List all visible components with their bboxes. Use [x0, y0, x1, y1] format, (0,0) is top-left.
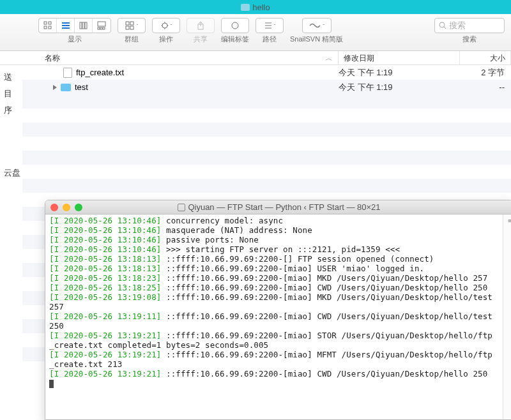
svg-rect-16 — [130, 22, 133, 25]
snailsvn-button[interactable]: ˇ — [302, 18, 332, 33]
gallery-view-icon[interactable] — [93, 19, 111, 33]
terminal-body[interactable]: [I 2020-05-26 13:10:46] concurrency mode… — [45, 214, 511, 419]
sidebar-item[interactable] — [0, 160, 22, 165]
zoom-icon[interactable] — [75, 204, 82, 211]
path-group: ˇ 路径 — [256, 18, 284, 44]
log-message: masquerade (NAT) address: None — [161, 225, 312, 235]
log-timestamp: [I 2020-05-26 13:18:25] — [49, 283, 161, 292]
svg-rect-9 — [85, 22, 87, 29]
sidebar-item[interactable] — [0, 124, 22, 129]
file-date: 今天 下午 1:19 — [339, 67, 460, 79]
disclosure-icon[interactable] — [53, 85, 57, 90]
file-row[interactable]: test今天 下午 1:19-- — [22, 80, 511, 94]
sidebar-item[interactable] — [0, 119, 22, 124]
column-headers[interactable]: 名称︿ 修改日期 大小 — [0, 51, 511, 65]
header-date[interactable]: 修改日期 — [339, 51, 460, 64]
sidebar-item[interactable] — [0, 139, 22, 144]
svg-line-25 — [444, 27, 446, 29]
group-button[interactable]: ˇ — [118, 18, 146, 33]
header-size[interactable]: 大小 — [460, 51, 511, 64]
header-name[interactable]: 名称︿ — [0, 51, 339, 64]
search-input[interactable]: 搜索 — [434, 18, 505, 33]
sort-asc-icon: ︿ — [325, 53, 333, 64]
svg-point-24 — [439, 22, 445, 27]
log-timestamp: [I 2020-05-26 13:10:46] — [49, 225, 161, 235]
terminal-line: [I 2020-05-26 13:10:46] masquerade (NAT)… — [49, 225, 496, 235]
search-label: 搜索 — [462, 34, 477, 44]
file-size: 2 字节 — [460, 67, 511, 79]
terminal-window[interactable]: Qiyuan — FTP Start — Python ‹ FTP Start … — [45, 200, 511, 420]
action-label: 操作 — [159, 34, 173, 44]
terminal-line: [I 2020-05-26 13:19:21] ::ffff:10.66.99.… — [49, 331, 496, 350]
action-button[interactable]: ˇ — [152, 18, 180, 33]
view-label: 显示 — [68, 34, 82, 44]
log-timestamp: [I 2020-05-26 13:19:08] — [49, 292, 161, 302]
terminal-line: [I 2020-05-26 13:19:21] ::ffff:10.66.99.… — [49, 350, 496, 369]
log-timestamp: [I 2020-05-26 13:19:21] — [49, 369, 161, 379]
svg-rect-15 — [126, 26, 129, 29]
group-label: 群组 — [125, 34, 139, 44]
close-icon[interactable] — [50, 204, 58, 211]
action-group: ˇ 操作 — [152, 18, 180, 44]
svg-rect-10 — [98, 22, 105, 26]
list-view-icon[interactable] — [57, 19, 75, 33]
group-group: ˇ 群组 — [118, 18, 146, 44]
sidebar-item[interactable] — [0, 149, 22, 154]
tags-label: 编辑标签 — [221, 34, 249, 44]
home-icon — [178, 204, 185, 211]
sidebar-item[interactable] — [0, 154, 22, 160]
svg-rect-11 — [98, 27, 100, 29]
finder-titlebar[interactable]: hello — [0, 0, 511, 14]
share-label: 共享 — [194, 34, 208, 44]
log-timestamp: [I 2020-05-26 13:10:46] — [49, 244, 161, 254]
svg-rect-12 — [100, 27, 102, 29]
log-timestamp: [I 2020-05-26 13:10:46] — [49, 216, 161, 225]
sidebar-item[interactable] — [0, 144, 22, 149]
terminal-line: [I 2020-05-26 13:18:23] ::ffff:10.66.99.… — [49, 273, 496, 283]
terminal-scrollbar[interactable]: ≡ — [503, 214, 511, 419]
log-timestamp: [I 2020-05-26 13:18:13] — [49, 264, 161, 273]
log-timestamp: [I 2020-05-26 13:19:11] — [49, 311, 161, 321]
svg-rect-13 — [103, 27, 105, 29]
tags-group: 编辑标签 — [221, 18, 249, 44]
icon-view-icon[interactable] — [39, 19, 57, 33]
log-timestamp: [I 2020-05-26 13:18:13] — [49, 254, 161, 264]
view-buttons[interactable] — [38, 18, 111, 33]
search-placeholder: 搜索 — [449, 20, 466, 31]
file-name: test — [75, 82, 88, 92]
svg-rect-1 — [49, 22, 51, 24]
minimize-icon[interactable] — [63, 204, 70, 211]
svg-rect-17 — [130, 26, 133, 29]
log-message: ::ffff:10.66.99.69:2200-[] FTP session o… — [161, 254, 434, 264]
cursor-icon — [49, 380, 54, 388]
search-group: 搜索 搜索 — [434, 18, 505, 44]
terminal-line: [I 2020-05-26 13:18:25] ::ffff:10.66.99.… — [49, 283, 496, 292]
column-view-icon[interactable] — [75, 19, 93, 33]
folder-icon — [241, 4, 250, 11]
svg-point-18 — [162, 23, 167, 28]
sidebar-item[interactable]: 目 — [0, 86, 22, 102]
share-button[interactable] — [187, 18, 215, 33]
svg-rect-2 — [44, 26, 47, 29]
sidebar-item[interactable] — [0, 181, 22, 186]
sidebar-item[interactable]: 送 — [0, 69, 22, 86]
log-message: passive ports: None — [161, 235, 259, 244]
scroll-up-icon[interactable]: ≡ — [508, 216, 511, 225]
terminal-line: [I 2020-05-26 13:18:13] ::ffff:10.66.99.… — [49, 264, 496, 273]
terminal-line: [I 2020-05-26 13:10:46] >>> starting FTP… — [49, 244, 496, 254]
sidebar-item[interactable] — [0, 134, 22, 139]
path-button[interactable]: ˇ — [256, 18, 284, 33]
file-row[interactable]: ftp_create.txt今天 下午 1:192 字节 — [22, 65, 511, 80]
tags-button[interactable] — [221, 18, 249, 33]
sidebar-item[interactable] — [0, 129, 22, 134]
sidebar-item[interactable]: 云盘 — [0, 165, 22, 181]
snailsvn-label: SnailSVN 精简版 — [290, 34, 343, 44]
terminal-title: Qiyuan — FTP Start — Python ‹ FTP Start … — [45, 202, 511, 212]
terminal-titlebar[interactable]: Qiyuan — FTP Start — Python ‹ FTP Start … — [45, 200, 511, 214]
terminal-line: [I 2020-05-26 13:19:11] ::ffff:10.66.99.… — [49, 311, 496, 331]
log-timestamp: [I 2020-05-26 13:19:21] — [49, 350, 161, 359]
sidebar-item[interactable]: 序 — [0, 102, 22, 119]
finder-sidebar[interactable]: 送目序云盘 — [0, 65, 22, 420]
svg-rect-3 — [49, 26, 51, 29]
svg-rect-8 — [82, 22, 84, 29]
